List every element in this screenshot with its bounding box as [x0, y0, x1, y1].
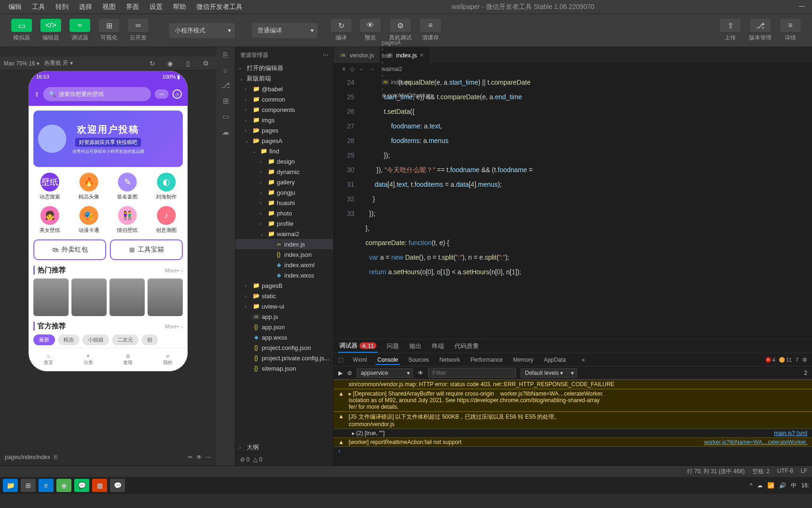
tree-item[interactable]: ⌄📁find: [235, 146, 333, 156]
context-select[interactable]: appservice: [357, 368, 413, 378]
category-item[interactable]: 👧美女壁纸: [33, 206, 67, 234]
capsule-menu[interactable]: •••: [155, 89, 169, 99]
forward-icon[interactable]: →: [369, 66, 375, 72]
banner[interactable]: 欢迎用户投稿 好资源就应共享 快投稿吧 优秀作品可获得本小程序发放的奖品哦: [33, 111, 183, 167]
category-item[interactable]: 🔥精品头像: [72, 173, 106, 200]
devtools-tab[interactable]: Network: [437, 356, 462, 364]
list-icon[interactable]: ≡: [342, 66, 345, 72]
panel-tab[interactable]: 代码质量: [453, 340, 480, 352]
tabbar-item[interactable]: ⌂首页: [29, 348, 69, 371]
spaces-indicator[interactable]: 空格: 2: [752, 468, 770, 476]
code-editor[interactable]: 24252627282930313233 (t.equalDate(e, a.s…: [334, 75, 812, 339]
breadcrumb-item[interactable]: pagesA: [382, 40, 432, 46]
mode-dropdown[interactable]: 小程序模式: [169, 23, 235, 38]
toolbar-button[interactable]: ∞云开发: [124, 17, 152, 44]
taskbar-app[interactable]: 💬: [74, 479, 89, 492]
category-item[interactable]: 🎭动漫卡通: [72, 206, 106, 234]
thumbnail[interactable]: [148, 278, 183, 316]
tree-item[interactable]: ⌄📂pagesA: [235, 135, 333, 146]
panel-tab[interactable]: 终端: [431, 340, 445, 352]
filter-chip[interactable]: 创: [141, 334, 158, 345]
warning-count[interactable]: △ 0: [253, 456, 262, 463]
compile-mode-dropdown[interactable]: 普通编译: [252, 23, 318, 38]
search-icon[interactable]: ⌕: [223, 66, 228, 74]
bookmark-icon[interactable]: ◇: [350, 66, 354, 72]
open-editors-section[interactable]: ›打开的编辑器: [235, 63, 333, 73]
devtools-tab[interactable]: AppData: [542, 356, 568, 364]
tree-item[interactable]: ›📁components: [235, 104, 333, 115]
capsule-close[interactable]: ◎: [172, 89, 182, 99]
category-item[interactable]: 👫情侣壁纸: [111, 206, 144, 234]
taskbar-app[interactable]: ▦: [92, 479, 107, 492]
refresh-icon[interactable]: ↻: [146, 60, 159, 67]
tree-item[interactable]: ›📁huashi: [235, 198, 333, 208]
thumbnail[interactable]: [71, 278, 107, 316]
back-icon[interactable]: ←: [359, 66, 365, 72]
ime-indicator[interactable]: 中: [791, 482, 796, 490]
tabbar-item[interactable]: ◎发现: [108, 348, 148, 371]
category-item[interactable]: ✎签名套图: [111, 173, 144, 200]
minimize-button[interactable]: —: [799, 2, 808, 12]
toolbar-button[interactable]: ≡详情: [776, 17, 804, 44]
menu-item[interactable]: 工具: [27, 1, 50, 13]
menu-item[interactable]: 转到: [51, 1, 73, 13]
menu-item[interactable]: 视图: [98, 1, 120, 13]
tree-item[interactable]: ›📁pagesB: [235, 280, 333, 291]
eye-icon[interactable]: 👁: [418, 370, 423, 376]
tree-item[interactable]: ›📁uview-ui: [235, 301, 333, 311]
error-badge[interactable]: ✕4: [765, 357, 775, 363]
menu-item[interactable]: 微信开发者工具: [192, 1, 247, 13]
thumbnail[interactable]: [109, 278, 145, 316]
toolbar-button[interactable]: 👁预览: [356, 17, 384, 44]
error-count[interactable]: ⊘ 0: [240, 456, 250, 463]
hotreload-toggle[interactable]: 热重载 开 ▾: [44, 59, 73, 67]
devtools-tab[interactable]: Memory: [511, 356, 535, 364]
menu-item[interactable]: 编辑: [4, 1, 26, 13]
tabbar-item[interactable]: ≡分类: [69, 348, 109, 371]
popout-icon[interactable]: ⧉: [199, 59, 212, 67]
clock[interactable]: 16:: [801, 482, 809, 489]
devtools-tab[interactable]: Sources: [406, 356, 431, 364]
cloud-icon[interactable]: ☁: [222, 127, 229, 136]
tree-item[interactable]: JSindex.js: [235, 239, 333, 249]
tray-cloud-icon[interactable]: ☁: [757, 482, 763, 489]
levels-select[interactable]: Default levels ▾: [521, 368, 577, 378]
devtools-tab[interactable]: Wxml: [351, 356, 369, 364]
tree-item[interactable]: {}sitemap.json: [235, 363, 333, 373]
panel-tab[interactable]: 调试器4, 11: [338, 340, 377, 353]
feature-button[interactable]: ⊞工具宝箱: [110, 239, 183, 260]
feature-button[interactable]: 🛍外卖红包: [33, 239, 106, 260]
log-link[interactable]: main.js? [sm]: [774, 430, 807, 437]
scissors-icon[interactable]: ✂: [188, 454, 193, 460]
tree-item[interactable]: JSapp.js: [235, 311, 333, 322]
menu-item[interactable]: 帮助: [168, 1, 191, 13]
tree-item[interactable]: ›📁gongju: [235, 187, 333, 198]
filter-chip[interactable]: 精选: [58, 334, 79, 345]
tree-item[interactable]: ›📁common: [235, 94, 333, 104]
tree-item[interactable]: ›📁gallery: [235, 177, 333, 187]
tree-item[interactable]: ›📂pages: [235, 125, 333, 135]
branch-icon[interactable]: ⎇: [221, 81, 230, 90]
console-output[interactable]: xin/common/vendor.js.map: HTTP error: st…: [334, 380, 812, 466]
tray-wifi-icon[interactable]: 📶: [767, 482, 774, 489]
copy-icon[interactable]: ⎘: [54, 454, 57, 460]
taskbar-app[interactable]: ⊞: [21, 479, 36, 492]
taskbar-app[interactable]: 📁: [3, 479, 18, 492]
editor-tab[interactable]: JSvendor.js: [334, 47, 380, 63]
settings-icon[interactable]: ⚙: [802, 357, 807, 363]
menu-item[interactable]: 选择: [74, 1, 97, 13]
tree-item[interactable]: {}project.private.config.js...: [235, 353, 333, 363]
tree-item[interactable]: ◆app.wxss: [235, 332, 333, 342]
more-link[interactable]: More+ ›: [165, 324, 183, 329]
inspect-icon[interactable]: ⬚: [338, 357, 344, 363]
tray-chevron-icon[interactable]: ^: [750, 482, 753, 489]
toolbar-button[interactable]: ⊞可视化: [95, 17, 123, 44]
tree-item[interactable]: {}project.config.json: [235, 342, 333, 353]
encoding-indicator[interactable]: UTF-8: [777, 468, 793, 476]
outline-section[interactable]: ›大纲: [235, 442, 333, 452]
toolbar-button[interactable]: ⎇版本管理: [745, 17, 775, 44]
toolbar-button[interactable]: ≈调试器: [66, 17, 94, 44]
tree-item[interactable]: ›📁imgs: [235, 115, 333, 125]
save-icon[interactable]: ▭: [222, 112, 229, 121]
taskbar-app[interactable]: e: [39, 479, 54, 492]
